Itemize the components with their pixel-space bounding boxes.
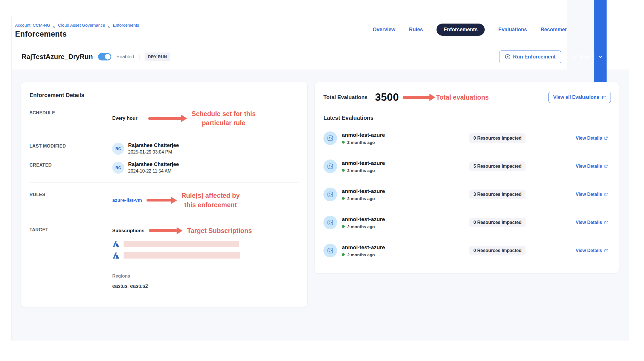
main-section: Enforcement Details SCHEDULE Every hour … [12, 70, 629, 341]
tab-rules[interactable]: Rules [409, 27, 423, 33]
view-details-link[interactable]: View Details [576, 164, 611, 169]
rules-label: RULES [29, 191, 112, 197]
evaluation-time: 2 months ago [347, 224, 375, 229]
view-details-link[interactable]: View Details [576, 248, 611, 253]
avatar: RC [112, 162, 124, 174]
resources-impacted-badge: 0 Resources Impacted [469, 218, 526, 227]
redacted-subscription-name [124, 252, 240, 259]
page-title: Enforcements [15, 30, 139, 39]
rule-code-icon [323, 131, 337, 145]
annotation-arrow [148, 114, 187, 122]
status-dot [342, 169, 345, 172]
last-modified-label: LAST MODIFIED [29, 142, 112, 149]
created-label: CREATED [29, 161, 112, 168]
divider [139, 54, 139, 60]
tab-enforcements[interactable]: Enforcements [437, 24, 485, 36]
evaluation-row: anmol-test-azure 2 months ago 5 Resource… [323, 152, 611, 180]
target-label: TARGET [29, 226, 112, 232]
rule-link[interactable]: azure-list-vm [112, 198, 142, 203]
enforcement-name: RajTestAzure_DryRun [22, 53, 93, 61]
resources-impacted-badge: 0 Resources Impacted [469, 133, 526, 143]
view-details-link[interactable]: View Details [576, 220, 611, 225]
enforcement-details-card: Enforcement Details SCHEDULE Every hour … [21, 82, 307, 307]
evaluation-row: anmol-test-azure 2 months ago 0 Resource… [323, 236, 611, 265]
app-content: Account: CCM-NG > Cloud Asset Governance… [11, 16, 629, 341]
breadcrumb-page-link[interactable]: Enforcements [113, 23, 139, 28]
breadcrumb-account-link[interactable]: Account: CCM-NG [15, 23, 50, 28]
rule-code-icon [323, 216, 337, 229]
enabled-label: Enabled [116, 54, 134, 60]
breadcrumb: Account: CCM-NG > Cloud Asset Governance… [15, 23, 139, 28]
schedule-label: SCHEDULE [29, 109, 112, 116]
status-dot [342, 225, 345, 228]
rule-code-icon [323, 244, 337, 257]
regions-label: Regions [112, 274, 299, 279]
view-details-label: View Details [576, 136, 602, 141]
rule-code-icon [323, 159, 337, 173]
run-enforcement-button[interactable]: Run Enforcement [499, 51, 561, 63]
resources-impacted-badge: 0 Resources Impacted [469, 246, 526, 255]
target-type: Subscriptions [112, 228, 144, 234]
annotation-arrow [149, 227, 183, 235]
resources-impacted-badge: 3 Resources Impacted [469, 190, 526, 199]
latest-evaluations-title: Latest Evaluations [323, 115, 611, 121]
evaluation-time: 2 months ago [347, 196, 375, 201]
evaluation-time: 2 months ago [347, 140, 375, 145]
toggle-knob [105, 54, 111, 60]
annotation-arrow [147, 196, 177, 204]
run-enforcement-label: Run Enforcement [513, 54, 556, 60]
external-link-icon [604, 164, 608, 168]
dry-run-badge: DRY RUN [145, 53, 170, 61]
view-details-label: View Details [576, 248, 602, 253]
azure-logo-icon [112, 240, 120, 248]
view-all-evaluations-button[interactable]: View all Evaluations [548, 92, 611, 103]
evaluation-name: anmol-test-azure [342, 132, 385, 138]
chevron-down-icon [598, 54, 603, 59]
status-dot [342, 141, 345, 144]
annotation-arrow [403, 93, 435, 101]
view-details-label: View Details [576, 164, 602, 169]
external-link-icon [604, 136, 608, 140]
enabled-toggle[interactable] [98, 53, 111, 60]
external-link-icon [604, 221, 608, 224]
last-modified-time: 2025-01-29 03:04 PM [128, 150, 179, 155]
evaluation-name: anmol-test-azure [342, 188, 385, 194]
view-all-evaluations-label: View all Evaluations [553, 95, 599, 100]
edit-button-label: Edit [580, 54, 590, 60]
play-circle-icon [505, 54, 510, 60]
breadcrumb-separator: > [108, 25, 110, 25]
external-link-icon [604, 249, 608, 253]
evaluation-row: anmol-test-azure 2 months ago 0 Resource… [323, 124, 611, 152]
view-details-link[interactable]: View Details [576, 136, 611, 141]
resources-impacted-badge: 5 Resources Impacted [469, 161, 526, 171]
regions-value: eastus, eastus2 [112, 283, 299, 289]
created-user: Rajarshee Chatterjee [128, 161, 179, 167]
view-details-link[interactable]: View Details [576, 192, 611, 197]
target-annotation: Target Subscriptions [187, 226, 252, 235]
view-details-label: View Details [576, 192, 602, 197]
evaluation-time: 2 months ago [347, 168, 375, 173]
enforcement-toolbar: RajTestAzure_DryRun Enabled DRY RUN Run … [12, 44, 629, 70]
evaluation-name: anmol-test-azure [342, 216, 385, 223]
total-annotation: Total evaluations [436, 93, 489, 102]
pencil-icon [572, 54, 577, 60]
rules-annotation: Rule(s) affected by this enforcement [181, 191, 240, 209]
evaluation-row: anmol-test-azure 2 months ago 3 Resource… [323, 180, 611, 208]
total-evaluations-label: Total Evaluations [323, 94, 368, 100]
schedule-annotation: Schedule set for this particular rule [192, 109, 256, 127]
edit-menu-button[interactable] [594, 54, 607, 59]
status-dot [342, 197, 345, 200]
breadcrumb-module-link[interactable]: Cloud Asset Governance [58, 23, 105, 28]
last-modified-user: Rajarshee Chatterjee [128, 142, 179, 148]
evaluation-name: anmol-test-azure [342, 160, 385, 166]
external-link-icon [602, 95, 606, 100]
schedule-value: Every hour [112, 116, 137, 121]
details-card-title: Enforcement Details [29, 92, 299, 98]
rule-code-icon [323, 188, 337, 201]
total-evaluations-value: 3500 [375, 91, 399, 103]
evaluation-name: anmol-test-azure [342, 244, 385, 251]
view-details-label: View Details [576, 220, 602, 225]
avatar: RC [112, 143, 124, 155]
azure-logo-icon [112, 252, 120, 259]
tab-overview[interactable]: Overview [373, 27, 395, 33]
